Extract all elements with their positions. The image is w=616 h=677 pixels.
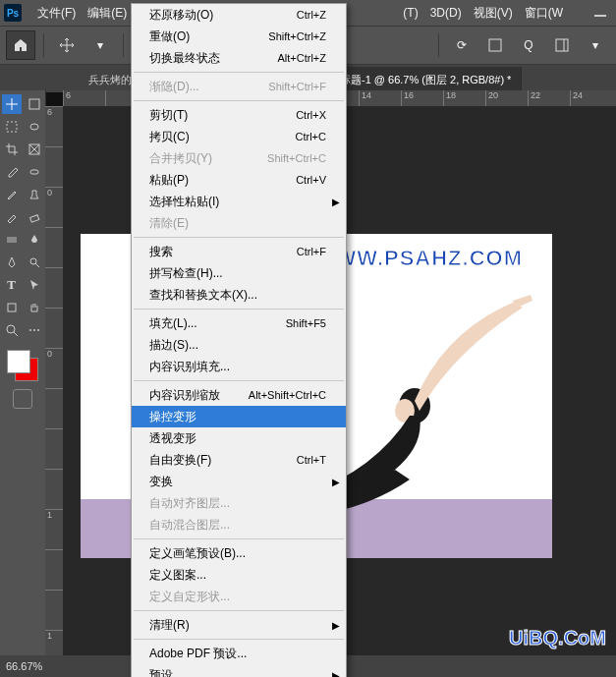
svg-line-13 (14, 332, 18, 336)
quick-mask-icon[interactable] (13, 389, 32, 409)
menu-item-[interactable]: 定义图案... (132, 564, 346, 586)
menu-item-[interactable]: 透视变形 (132, 427, 346, 449)
menu-item-B[interactable]: 定义画笔预设(B)... (132, 542, 346, 564)
svg-rect-4 (7, 122, 17, 132)
move-tool-icon[interactable] (2, 94, 22, 114)
shape-tool-icon[interactable] (2, 298, 22, 317)
zoom-level[interactable]: 66.67% (6, 660, 42, 672)
panel-icon[interactable] (547, 30, 577, 60)
menu-item-: 自动混合图层... (132, 514, 346, 536)
foreground-color-swatch[interactable] (7, 350, 30, 373)
type-tool-icon[interactable]: T (2, 275, 22, 295)
history-brush-icon[interactable] (2, 207, 22, 227)
share-icon[interactable]: Q (514, 30, 543, 60)
menu-view[interactable]: 视图(V) (468, 0, 519, 26)
menu-item-AdobePDF[interactable]: Adobe PDF 预设... (132, 643, 346, 664)
path-select-icon[interactable] (25, 275, 44, 295)
color-swatches[interactable] (5, 348, 40, 383)
svg-rect-0 (489, 39, 501, 51)
tool-palette: T ⋯ (0, 90, 46, 655)
blur-tool-icon[interactable] (25, 230, 44, 250)
menu-item-O[interactable]: 还原移动(O)Ctrl+Z (132, 4, 346, 26)
artboard-tool-icon[interactable] (25, 94, 44, 114)
menu-type[interactable]: (T) (397, 0, 423, 26)
brush-tool-icon[interactable] (2, 185, 22, 204)
menu-item-[interactable]: 变换▶ (132, 471, 346, 492)
svg-line-10 (35, 263, 39, 267)
gradient-tool-icon[interactable] (2, 230, 22, 250)
menu-item-X[interactable]: 查找和替换文本(X)... (132, 284, 346, 306)
watermark-bottom: UiBQ.CoM (509, 627, 606, 649)
menu-3d[interactable]: 3D(D) (424, 0, 468, 26)
tab-doc-2[interactable]: 未标题-1 @ 66.7% (图层 2, RGB/8#) * (319, 67, 522, 92)
dodge-tool-icon[interactable] (25, 253, 44, 272)
menu-item-Y: 合并拷贝(Y)Shift+Ctrl+C (132, 147, 346, 169)
menu-item-: 自动对齐图层... (132, 492, 346, 514)
menu-item-D: 渐隐(D)...Shift+Ctrl+F (132, 76, 346, 97)
heal-tool-icon[interactable] (25, 162, 44, 182)
menu-window[interactable]: 窗口(W (519, 0, 569, 26)
menu-item-[interactable]: 搜索Ctrl+F (132, 241, 346, 262)
minimize-icon[interactable] (588, 0, 612, 26)
svg-rect-7 (29, 215, 38, 222)
hand-tool-icon[interactable] (25, 298, 44, 317)
menu-item-S[interactable]: 描边(S)... (132, 334, 346, 356)
eraser-tool-icon[interactable] (25, 207, 44, 227)
move-handle-icon[interactable] (52, 30, 82, 60)
svg-rect-1 (556, 39, 568, 51)
menu-item-R[interactable]: 清理(R)▶ (132, 614, 346, 636)
svg-rect-3 (29, 99, 39, 109)
menu-item-[interactable]: 操控变形 (132, 406, 346, 427)
chevron-down-icon[interactable]: ▾ (85, 30, 115, 60)
menu-item-E: 清除(E) (132, 212, 346, 234)
menu-item-L[interactable]: 填充(L)...Shift+F5 (132, 312, 346, 334)
menu-item-[interactable]: 切换最终状态Alt+Ctrl+Z (132, 47, 346, 69)
svg-rect-6 (30, 170, 38, 174)
lasso-tool-icon[interactable] (25, 117, 44, 137)
menu-item-O[interactable]: 重做(O)Shift+Ctrl+Z (132, 26, 346, 47)
app-logo: Ps (4, 4, 22, 22)
svg-point-12 (7, 325, 15, 333)
pen-tool-icon[interactable] (2, 253, 22, 272)
menu-item-F[interactable]: 自由变换(F)Ctrl+T (132, 449, 346, 471)
menu-item-C[interactable]: 拷贝(C)Ctrl+C (132, 126, 346, 147)
home-icon[interactable] (6, 30, 35, 60)
menu-edit[interactable]: 编辑(E) (82, 0, 133, 26)
edit-menu-dropdown: 还原移动(O)Ctrl+Z重做(O)Shift+Ctrl+Z切换最终状态Alt+… (131, 3, 347, 677)
menu-item-: 定义自定形状... (132, 586, 346, 607)
grid-icon[interactable] (480, 30, 510, 60)
frame-tool-icon[interactable] (25, 140, 44, 159)
eyedropper-tool-icon[interactable] (2, 162, 22, 182)
svg-rect-11 (8, 304, 16, 311)
menu-item-T[interactable]: 剪切(T)Ctrl+X (132, 104, 346, 126)
crop-tool-icon[interactable] (2, 140, 22, 159)
menu-item-[interactable]: 内容识别缩放Alt+Shift+Ctrl+C (132, 384, 346, 406)
menu-item-[interactable]: 内容识别填充... (132, 356, 346, 377)
more-tools-icon[interactable]: ⋯ (25, 320, 44, 340)
menu-item-I[interactable]: 选择性粘贴(I)▶ (132, 191, 346, 212)
svg-rect-8 (7, 237, 17, 243)
chevron-down-icon[interactable]: ▾ (581, 30, 610, 60)
menu-item-[interactable]: 预设▶ (132, 664, 346, 677)
menu-item-P[interactable]: 粘贴(P)Ctrl+V (132, 169, 346, 191)
menu-item-H[interactable]: 拼写检查(H)... (132, 262, 346, 284)
marquee-tool-icon[interactable] (2, 117, 22, 137)
stamp-tool-icon[interactable] (25, 185, 44, 204)
refresh-icon[interactable]: ⟳ (447, 30, 476, 60)
zoom-tool-icon[interactable] (2, 320, 22, 340)
menu-file[interactable]: 文件(F) (31, 0, 82, 26)
ruler-vertical: 60 011 (45, 106, 64, 655)
